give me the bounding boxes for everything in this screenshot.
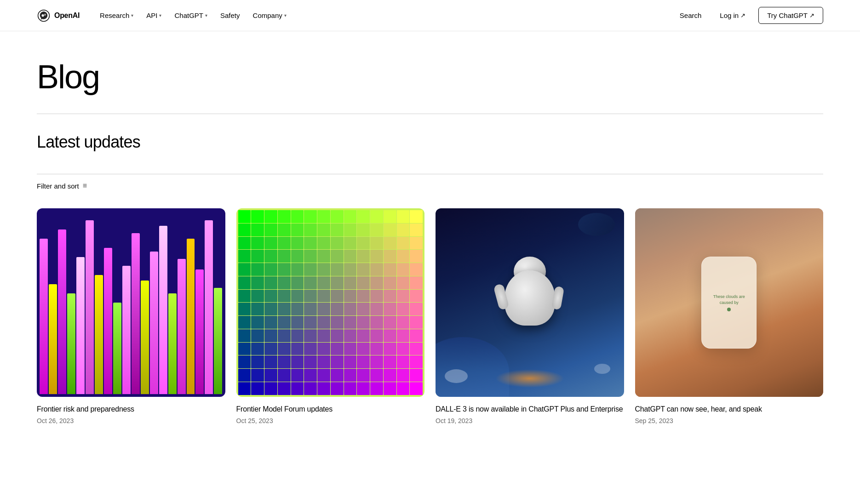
chevron-down-icon: ▾ xyxy=(159,13,161,18)
chevron-down-icon: ▾ xyxy=(131,13,133,18)
card-image-4: These clouds are caused by xyxy=(635,208,824,397)
logo-link[interactable]: OpenAI xyxy=(37,9,80,23)
page-title: Blog xyxy=(37,59,823,95)
nav-company[interactable]: Company ▾ xyxy=(247,8,292,23)
filter-label: Filter and sort xyxy=(37,182,79,190)
chevron-down-icon: ▾ xyxy=(284,13,287,18)
card-image-2 xyxy=(236,208,425,397)
astronaut-body xyxy=(505,270,555,326)
filter-row: Filter and sort ≡ xyxy=(37,174,823,190)
logo-text: OpenAI xyxy=(54,11,80,20)
page-title-section: Blog xyxy=(37,31,823,114)
card-title-1: Frontier risk and preparedness xyxy=(37,404,225,414)
earth-element xyxy=(436,337,509,397)
cards-grid: Frontier risk and preparedness Oct 26, 2… xyxy=(37,208,823,424)
nav-safety[interactable]: Safety xyxy=(215,8,246,23)
header-left: OpenAI Research ▾ API ▾ ChatGPT ▾ Safety… xyxy=(37,8,292,23)
colorful-grid xyxy=(236,208,425,397)
arrow-icon: ↗ xyxy=(809,12,814,19)
phone-mockup-scene: These clouds are caused by xyxy=(635,208,824,397)
card-date-4: Sep 25, 2023 xyxy=(635,417,824,424)
space-scene xyxy=(436,208,624,397)
section-divider xyxy=(37,114,823,114)
card-title-3: DALL-E 3 is now available in ChatGPT Plu… xyxy=(436,404,624,414)
login-button[interactable]: Log in ↗ xyxy=(714,8,751,23)
card-title-4: ChatGPT can now see, hear, and speak xyxy=(635,404,824,414)
card-date-2: Oct 25, 2023 xyxy=(236,417,425,424)
card-frontier-forum[interactable]: Frontier Model Forum updates Oct 25, 202… xyxy=(236,208,425,424)
card-image-1 xyxy=(37,208,225,397)
phone-dot xyxy=(727,308,731,311)
nav-chatgpt[interactable]: ChatGPT ▾ xyxy=(169,8,213,23)
main-nav: Research ▾ API ▾ ChatGPT ▾ Safety Compan… xyxy=(94,8,292,23)
card-date-3: Oct 19, 2023 xyxy=(436,417,624,424)
card-chatgpt-senses[interactable]: These clouds are caused by ChatGPT can n… xyxy=(635,208,824,424)
search-button[interactable]: Search xyxy=(674,8,707,23)
filter-icon[interactable]: ≡ xyxy=(83,182,87,190)
try-chatgpt-button[interactable]: Try ChatGPT ↗ xyxy=(758,7,823,24)
main-content: Blog Latest updates Filter and sort ≡ xyxy=(0,31,860,424)
card-frontier-risk[interactable]: Frontier risk and preparedness Oct 26, 2… xyxy=(37,208,225,424)
phone-element: These clouds are caused by xyxy=(701,257,757,349)
openai-logo-icon xyxy=(37,9,51,23)
phone-text-content: These clouds are caused by xyxy=(713,294,745,305)
card-title-2: Frontier Model Forum updates xyxy=(236,404,425,414)
nav-research[interactable]: Research ▾ xyxy=(94,8,139,23)
card-date-1: Oct 26, 2023 xyxy=(37,417,225,424)
chevron-down-icon: ▾ xyxy=(205,13,207,18)
astronaut-element xyxy=(505,270,555,326)
site-header: OpenAI Research ▾ API ▾ ChatGPT ▾ Safety… xyxy=(0,0,860,31)
card-image-3 xyxy=(436,208,624,397)
abstract-art-1 xyxy=(37,208,225,397)
header-right: Search Log in ↗ Try ChatGPT ↗ xyxy=(674,7,823,24)
section-heading: Latest updates xyxy=(37,132,823,152)
arrow-icon: ↗ xyxy=(740,12,745,19)
nav-api[interactable]: API ▾ xyxy=(141,8,167,23)
card-dalle3[interactable]: DALL-E 3 is now available in ChatGPT Plu… xyxy=(436,208,624,424)
